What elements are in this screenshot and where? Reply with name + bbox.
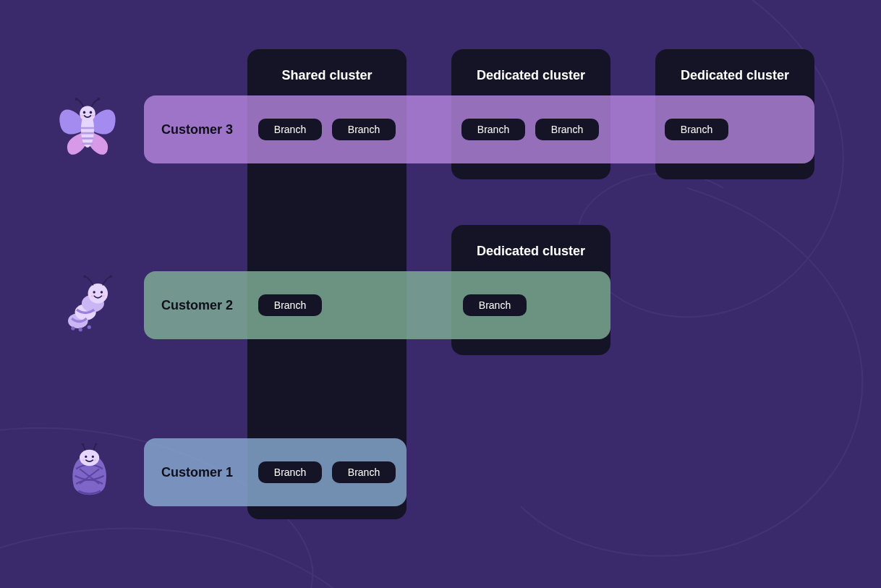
svg-point-15 (101, 291, 103, 293)
svg-point-22 (95, 443, 97, 446)
svg-point-19 (79, 328, 82, 331)
branch-pill: Branch (258, 294, 322, 316)
customer-row-2: Customer 2 (144, 271, 610, 339)
svg-point-25 (92, 456, 94, 458)
branch-pill: Branch (332, 461, 396, 483)
cocoon-icon (62, 440, 127, 505)
cluster-title: Shared cluster (247, 68, 407, 83)
svg-point-11 (88, 284, 108, 304)
svg-point-14 (93, 291, 95, 293)
svg-point-12 (84, 275, 86, 277)
svg-point-0 (75, 98, 78, 101)
cluster-title: Dedicated cluster (655, 68, 814, 83)
customer-label: Customer 2 (161, 298, 233, 313)
svg-point-13 (110, 275, 112, 277)
svg-point-24 (85, 456, 87, 458)
branch-pill: Branch (463, 294, 527, 316)
svg-point-26 (82, 459, 85, 461)
cluster-title: Dedicated cluster (451, 244, 610, 259)
svg-point-23 (80, 450, 99, 466)
cluster-title: Dedicated cluster (451, 68, 610, 83)
diagram-stage: Shared cluster Dedicated cluster Dedicat… (0, 0, 881, 588)
svg-point-27 (94, 459, 97, 461)
branch-pill: Branch (258, 119, 322, 140)
svg-point-6 (81, 115, 84, 117)
butterfly-icon (55, 95, 120, 161)
svg-point-18 (71, 326, 75, 330)
customer-label: Customer 3 (161, 122, 233, 137)
branch-pill: Branch (535, 119, 599, 140)
svg-point-5 (90, 111, 93, 114)
branch-pill: Branch (258, 461, 322, 483)
svg-point-17 (102, 295, 105, 297)
svg-point-16 (91, 295, 94, 297)
branch-pill: Branch (461, 119, 525, 140)
svg-point-4 (83, 111, 86, 114)
branch-pill: Branch (332, 119, 396, 140)
customer-label: Customer 1 (161, 465, 233, 480)
svg-point-3 (80, 106, 95, 122)
svg-point-1 (97, 98, 100, 101)
caterpillar-icon (59, 275, 124, 340)
svg-point-20 (88, 325, 91, 329)
branch-pill: Branch (665, 119, 728, 140)
svg-point-21 (82, 443, 84, 446)
svg-point-7 (91, 115, 94, 117)
